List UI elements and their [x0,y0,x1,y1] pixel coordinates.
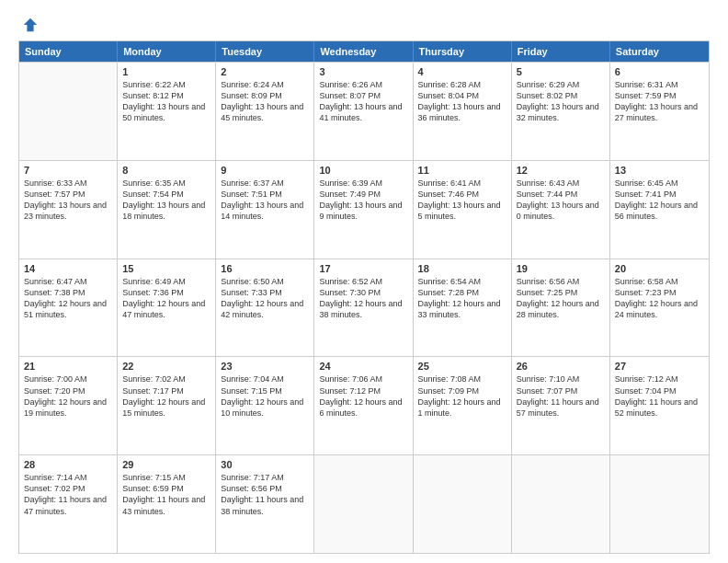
cal-cell: 1Sunrise: 6:22 AMSunset: 8:12 PMDaylight… [118,63,216,160]
cal-cell: 6Sunrise: 6:31 AMSunset: 7:59 PMDaylight… [610,63,709,160]
calendar-row-2: 7Sunrise: 6:33 AMSunset: 7:57 PMDaylight… [19,160,709,259]
cal-cell: 29Sunrise: 7:15 AMSunset: 6:59 PMDayligh… [118,455,216,553]
day-number: 4 [418,66,506,77]
cell-info: Sunrise: 7:17 AMSunset: 6:56 PMDaylight:… [221,472,309,517]
header [18,17,710,33]
cal-cell: 26Sunrise: 7:10 AMSunset: 7:07 PMDayligh… [512,357,610,454]
cell-info: Sunrise: 7:06 AMSunset: 7:12 PMDaylight:… [319,373,407,419]
calendar-row-5: 28Sunrise: 7:14 AMSunset: 7:02 PMDayligh… [19,454,709,553]
day-number: 26 [517,361,605,372]
cell-info: Sunrise: 6:24 AMSunset: 8:09 PMDaylight:… [221,79,309,124]
day-number: 27 [615,361,704,372]
cell-info: Sunrise: 7:14 AMSunset: 7:02 PMDaylight:… [24,472,112,517]
cell-info: Sunrise: 6:47 AMSunset: 7:38 PMDaylight:… [24,276,112,321]
day-number: 3 [319,66,407,77]
cal-cell: 3Sunrise: 6:26 AMSunset: 8:07 PMDaylight… [314,63,413,160]
cell-info: Sunrise: 6:37 AMSunset: 7:51 PMDaylight:… [221,178,309,223]
day-number: 29 [122,459,210,470]
header-wednesday: Wednesday [314,41,413,62]
cell-info: Sunrise: 6:39 AMSunset: 7:49 PMDaylight:… [319,178,407,223]
cal-cell: 28Sunrise: 7:14 AMSunset: 7:02 PMDayligh… [19,455,118,553]
cell-info: Sunrise: 6:29 AMSunset: 8:02 PMDaylight:… [517,79,605,124]
day-number: 1 [122,66,210,77]
cell-info: Sunrise: 6:26 AMSunset: 8:07 PMDaylight:… [319,79,407,124]
cal-cell: 11Sunrise: 6:41 AMSunset: 7:46 PMDayligh… [414,161,512,259]
cell-info: Sunrise: 7:04 AMSunset: 7:15 PMDaylight:… [221,373,309,419]
day-number: 8 [122,165,210,176]
cal-cell: 7Sunrise: 6:33 AMSunset: 7:57 PMDaylight… [19,161,118,259]
cal-cell: 14Sunrise: 6:47 AMSunset: 7:38 PMDayligh… [19,259,118,357]
cal-cell: 12Sunrise: 6:43 AMSunset: 7:44 PMDayligh… [512,161,610,259]
day-number: 23 [221,361,309,372]
cal-cell: 4Sunrise: 6:28 AMSunset: 8:04 PMDaylight… [414,63,512,160]
calendar: Sunday Monday Tuesday Wednesday Thursday… [18,40,710,554]
calendar-row-1: 1Sunrise: 6:22 AMSunset: 8:12 PMDaylight… [19,62,709,160]
day-number: 21 [24,361,112,372]
cell-info: Sunrise: 7:08 AMSunset: 7:09 PMDaylight:… [418,373,506,419]
cal-cell: 27Sunrise: 7:12 AMSunset: 7:04 PMDayligh… [610,357,709,454]
day-number: 11 [418,165,506,176]
day-number: 20 [615,263,704,274]
cal-cell [314,455,413,553]
cal-cell: 2Sunrise: 6:24 AMSunset: 8:09 PMDaylight… [216,63,314,160]
cal-cell: 23Sunrise: 7:04 AMSunset: 7:15 PMDayligh… [216,357,314,454]
cell-info: Sunrise: 6:58 AMSunset: 7:23 PMDaylight:… [615,276,704,321]
day-number: 30 [221,459,309,470]
cal-cell: 13Sunrise: 6:45 AMSunset: 7:41 PMDayligh… [610,161,709,259]
cell-info: Sunrise: 6:33 AMSunset: 7:57 PMDaylight:… [24,178,112,223]
header-monday: Monday [118,41,216,62]
cell-info: Sunrise: 6:56 AMSunset: 7:25 PMDaylight:… [517,276,605,321]
page: Sunday Monday Tuesday Wednesday Thursday… [0,0,728,563]
day-number: 14 [24,263,112,274]
cell-info: Sunrise: 7:02 AMSunset: 7:17 PMDaylight:… [122,373,210,419]
calendar-body: 1Sunrise: 6:22 AMSunset: 8:12 PMDaylight… [19,62,709,553]
header-saturday: Saturday [610,41,709,62]
day-number: 5 [517,66,605,77]
cal-cell: 22Sunrise: 7:02 AMSunset: 7:17 PMDayligh… [118,357,216,454]
cell-info: Sunrise: 6:50 AMSunset: 7:33 PMDaylight:… [221,276,309,321]
day-number: 18 [418,263,506,274]
day-number: 2 [221,66,309,77]
cell-info: Sunrise: 6:43 AMSunset: 7:44 PMDaylight:… [517,178,605,223]
day-number: 19 [517,263,605,274]
cell-info: Sunrise: 7:00 AMSunset: 7:20 PMDaylight:… [24,373,112,419]
cal-cell: 24Sunrise: 7:06 AMSunset: 7:12 PMDayligh… [314,357,413,454]
logo [18,17,39,33]
cell-info: Sunrise: 6:52 AMSunset: 7:30 PMDaylight:… [319,276,407,321]
svg-marker-0 [24,18,37,31]
day-number: 10 [319,165,407,176]
cal-cell: 8Sunrise: 6:35 AMSunset: 7:54 PMDaylight… [118,161,216,259]
cal-cell: 18Sunrise: 6:54 AMSunset: 7:28 PMDayligh… [414,259,512,357]
cell-info: Sunrise: 6:28 AMSunset: 8:04 PMDaylight:… [418,79,506,124]
day-number: 16 [221,263,309,274]
day-number: 17 [319,263,407,274]
cell-info: Sunrise: 6:45 AMSunset: 7:41 PMDaylight:… [615,178,704,223]
header-friday: Friday [512,41,610,62]
cal-cell: 19Sunrise: 6:56 AMSunset: 7:25 PMDayligh… [512,259,610,357]
cal-cell: 10Sunrise: 6:39 AMSunset: 7:49 PMDayligh… [314,161,413,259]
cal-cell: 9Sunrise: 6:37 AMSunset: 7:51 PMDaylight… [216,161,314,259]
calendar-row-4: 21Sunrise: 7:00 AMSunset: 7:20 PMDayligh… [19,356,709,454]
cal-cell: 30Sunrise: 7:17 AMSunset: 6:56 PMDayligh… [216,455,314,553]
day-number: 7 [24,165,112,176]
day-number: 22 [122,361,210,372]
cell-info: Sunrise: 7:12 AMSunset: 7:04 PMDaylight:… [615,373,704,419]
cell-info: Sunrise: 7:10 AMSunset: 7:07 PMDaylight:… [517,373,605,419]
day-number: 15 [122,263,210,274]
header-tuesday: Tuesday [216,41,314,62]
cell-info: Sunrise: 6:41 AMSunset: 7:46 PMDaylight:… [418,178,506,223]
logo-icon [22,17,39,33]
day-number: 25 [418,361,506,372]
calendar-header: Sunday Monday Tuesday Wednesday Thursday… [19,41,709,62]
day-number: 6 [615,66,704,77]
cal-cell: 25Sunrise: 7:08 AMSunset: 7:09 PMDayligh… [414,357,512,454]
header-thursday: Thursday [414,41,512,62]
day-number: 13 [615,165,704,176]
calendar-row-3: 14Sunrise: 6:47 AMSunset: 7:38 PMDayligh… [19,259,709,357]
cal-cell [414,455,512,553]
cell-info: Sunrise: 6:54 AMSunset: 7:28 PMDaylight:… [418,276,506,321]
cell-info: Sunrise: 6:22 AMSunset: 8:12 PMDaylight:… [122,79,210,124]
cell-info: Sunrise: 6:35 AMSunset: 7:54 PMDaylight:… [122,178,210,223]
cal-cell: 17Sunrise: 6:52 AMSunset: 7:30 PMDayligh… [314,259,413,357]
cell-info: Sunrise: 6:31 AMSunset: 7:59 PMDaylight:… [615,79,704,124]
